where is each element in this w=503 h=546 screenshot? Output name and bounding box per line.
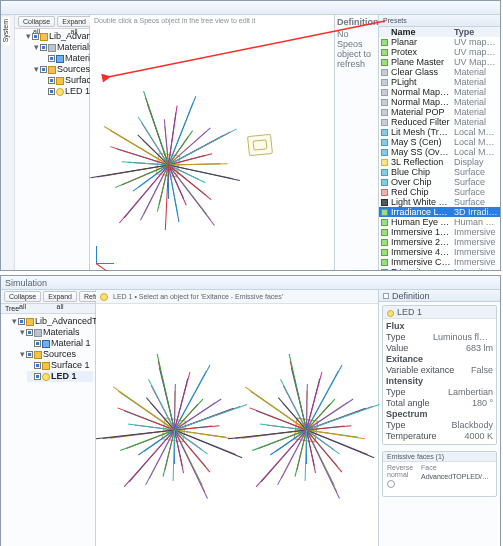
preset-type: Material	[454, 107, 498, 117]
preset-row[interactable]: Blue ChipSurface	[379, 167, 500, 177]
tree-sources[interactable]: ▾Sources Surface 1 LED 1	[33, 64, 87, 97]
preset-row[interactable]: PLightMaterial	[379, 77, 500, 87]
prop-value: Lambertian	[448, 387, 493, 398]
checkbox[interactable]	[34, 340, 41, 347]
collapse-all-button[interactable]: Collapse all	[4, 291, 41, 302]
preset-row[interactable]: Clear GlassMaterial	[379, 67, 500, 77]
preset-row[interactable]: Human Eye Test pupilHuman Eye	[379, 217, 500, 227]
ray	[174, 365, 210, 430]
col-face: Face	[421, 464, 492, 471]
tree-header: Tree	[1, 304, 95, 314]
emissive-face-row[interactable]: AdvancedTOPLED/Lens/Remove 1 Fac	[421, 473, 492, 480]
preset-row[interactable]: Irradiance Lambertian3D Irradiance	[379, 207, 500, 217]
tree-root[interactable]: ▾Lib_AdvancedTOPLED 48 ▾Materials Materi…	[11, 316, 93, 382]
preset-name: Reduced Filter	[391, 117, 451, 127]
preset-row[interactable]: PlanarUV mapping	[379, 37, 500, 47]
tree-root[interactable]: ▾Lib_AdvancedTOPLED 48 ▾Materials Materi…	[25, 31, 87, 97]
panel-title-simulation: Simulation	[5, 278, 47, 288]
preset-row[interactable]: ProtexUV mapping	[379, 47, 500, 57]
expand-all-button[interactable]: Expand all	[43, 291, 77, 302]
tab-system[interactable]: System	[1, 15, 10, 45]
preset-row[interactable]: E tensityIntensity	[379, 267, 500, 270]
tree-surface1[interactable]: Surface 1	[41, 75, 87, 86]
prop-key: Value	[386, 343, 408, 354]
tree-surface1[interactable]: Surface 1	[27, 360, 93, 371]
col-header-name[interactable]: Name	[391, 27, 451, 37]
tree-sources[interactable]: ▾Sources Surface 1 LED 1	[19, 349, 93, 382]
checkbox[interactable]	[34, 362, 41, 369]
object-tree: ▾Lib_AdvancedTOPLED 48 ▾Materials Materi…	[15, 29, 89, 101]
collapse-all-button[interactable]: Collapse all	[18, 16, 55, 27]
preset-row[interactable]: Immersive 4K stereoImmersive	[379, 247, 500, 257]
preset-name: 3L Reflection	[391, 157, 451, 167]
checkbox[interactable]	[40, 66, 47, 73]
checkbox[interactable]	[26, 351, 33, 358]
preset-row[interactable]: May S (Cen)Local Meshi…	[379, 137, 500, 147]
expand-icon[interactable]: ▾	[25, 31, 32, 42]
col-header-type[interactable]: Type	[454, 27, 498, 37]
checkbox[interactable]	[48, 55, 55, 62]
preset-row[interactable]: Light White D6500Surface	[379, 197, 500, 207]
checkbox[interactable]	[34, 373, 41, 380]
checkbox[interactable]	[48, 88, 55, 95]
col-reverse: Reverse normal	[387, 464, 417, 478]
reverse-normal-radio[interactable]	[387, 480, 395, 488]
tree-materials[interactable]: ▾Materials Material 1	[19, 327, 93, 349]
preset-icon	[381, 59, 388, 66]
checkbox[interactable]	[26, 329, 33, 336]
led-icon	[56, 88, 64, 96]
preset-row[interactable]: Over ChipSurface	[379, 177, 500, 187]
preset-row[interactable]: Normal Map (BW)Material	[379, 87, 500, 97]
preset-row[interactable]: Immersive 1K stereoImmersive	[379, 227, 500, 237]
preset-icon	[381, 99, 388, 106]
preset-row[interactable]: Reduced FilterMaterial	[379, 117, 500, 127]
tree-led1[interactable]: LED 1	[41, 86, 87, 97]
tree-material1[interactable]: Material 1	[41, 53, 87, 64]
preset-name: Normal Map (BW)	[391, 87, 451, 97]
preset-name: May S (Cen)	[391, 137, 451, 147]
ray	[168, 163, 227, 165]
preset-row[interactable]: Lit Mesh (Transmission)Local Meshing	[379, 127, 500, 137]
checkbox[interactable]	[48, 77, 55, 84]
viewport-breadcrumb: LED 1 • Select an object for 'Exitance -…	[113, 293, 283, 300]
preset-row[interactable]: Normal Map (Norm)Material	[379, 97, 500, 107]
preset-row[interactable]: May SS (Over) FaceLocal Meshi…	[379, 147, 500, 157]
checkbox[interactable]	[40, 44, 47, 51]
preset-type: Material	[454, 97, 498, 107]
expand-icon[interactable]: ▾	[33, 42, 40, 53]
tree-material1[interactable]: Material 1	[27, 338, 93, 349]
preset-row[interactable]: 3L ReflectionDisplay	[379, 157, 500, 167]
tree-led1[interactable]: LED 1	[27, 371, 93, 382]
preset-type: 3D Irradiance	[454, 207, 498, 217]
preset-type: Immersive	[454, 237, 498, 247]
3d-viewport-lower[interactable]: LED 1 • Select an object for 'Exitance -…	[96, 290, 378, 546]
preset-icon	[381, 49, 388, 56]
preset-type: UV mapping	[454, 47, 498, 57]
preset-icon	[381, 159, 388, 166]
expand-all-button[interactable]: Expand all	[57, 16, 91, 27]
dropdown-icon[interactable]	[383, 293, 389, 299]
checkbox[interactable]	[18, 318, 25, 325]
preset-name: May SS (Over) Face	[391, 147, 451, 157]
expand-icon[interactable]: ▾	[11, 316, 18, 327]
preset-row[interactable]: Red ChipSurface	[379, 187, 500, 197]
expand-icon[interactable]: ▾	[19, 349, 26, 360]
prop-key: Flux	[386, 321, 405, 332]
preset-row[interactable]: Plane MasterUV Mapping	[379, 57, 500, 67]
led-icon	[100, 293, 108, 301]
preset-row[interactable]: Material POPMaterial	[379, 107, 500, 117]
expand-icon[interactable]: ▾	[33, 64, 40, 75]
preset-type: UV mapping	[454, 37, 498, 47]
tree-materials[interactable]: ▾Materials Material 1	[33, 42, 87, 64]
preset-row[interactable]: Immersive Cube s3 rayImmersive	[379, 257, 500, 267]
preset-row[interactable]: Immersive 2K stereoImmersive	[379, 237, 500, 247]
prop-key: Spectrum	[386, 409, 428, 420]
folder-icon	[48, 44, 56, 52]
checkbox[interactable]	[32, 33, 39, 40]
preset-type: Surface	[454, 187, 498, 197]
vertical-tabstrip: System	[1, 15, 15, 270]
ray	[104, 126, 169, 165]
3d-viewport-upper[interactable]: Double click a Speos object in the tree …	[90, 15, 334, 270]
expand-icon[interactable]: ▾	[19, 327, 26, 338]
preset-type: Local Meshi…	[454, 147, 498, 157]
